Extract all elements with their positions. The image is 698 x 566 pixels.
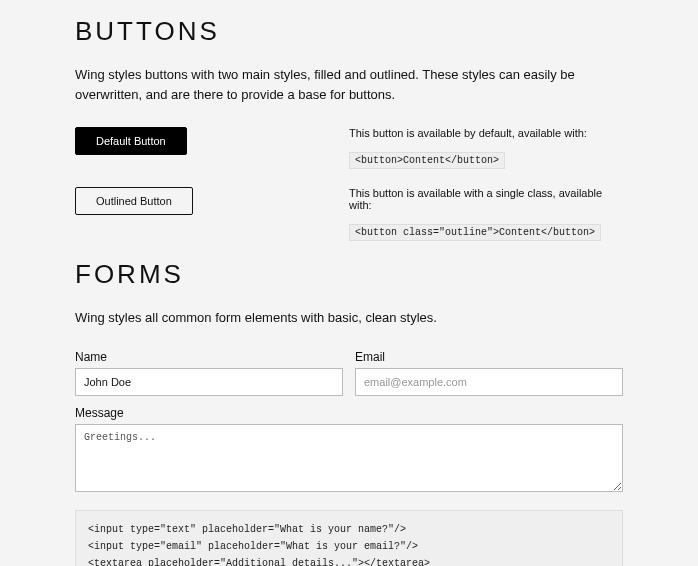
outlined-button-desc: This button is available with a single c… — [349, 187, 623, 211]
page-container: BUTTONS Wing styles buttons with two mai… — [0, 16, 698, 566]
default-button-desc: This button is available by default, ava… — [349, 127, 623, 139]
default-button-row: Default Button This button is available … — [75, 127, 623, 169]
forms-codeblock: <input type="text" placeholder="What is … — [75, 510, 623, 566]
name-label: Name — [75, 350, 343, 364]
outlined-button[interactable]: Outlined Button — [75, 187, 193, 215]
buttons-lead: Wing styles buttons with two main styles… — [75, 65, 623, 105]
buttons-heading: BUTTONS — [75, 16, 623, 47]
form-row-message: Message Greetings... — [75, 406, 623, 492]
message-label: Message — [75, 406, 623, 420]
email-label: Email — [355, 350, 623, 364]
forms-lead: Wing styles all common form elements wit… — [75, 308, 623, 328]
outlined-button-row: Outlined Button This button is available… — [75, 187, 623, 241]
name-input[interactable] — [75, 368, 343, 396]
form-row-name-email: Name Email — [75, 350, 623, 396]
forms-heading: FORMS — [75, 259, 623, 290]
outlined-button-code: <button class="outline">Content</button> — [349, 224, 601, 241]
message-textarea[interactable]: Greetings... — [75, 424, 623, 492]
email-input[interactable] — [355, 368, 623, 396]
default-button-code: <button>Content</button> — [349, 152, 505, 169]
default-button[interactable]: Default Button — [75, 127, 187, 155]
